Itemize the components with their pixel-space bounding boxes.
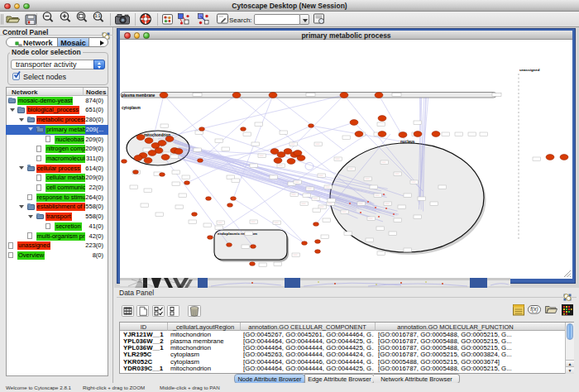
- svg-text:plasma membrane: plasma membrane: [122, 93, 156, 98]
- svg-text:f(x): f(x): [530, 306, 538, 313]
- svg-text:mitochondrion: mitochondrion: [144, 133, 170, 137]
- svg-text:cytoplasm: cytoplasm: [122, 106, 141, 110]
- svg-text:unassigned: unassigned: [519, 68, 540, 72]
